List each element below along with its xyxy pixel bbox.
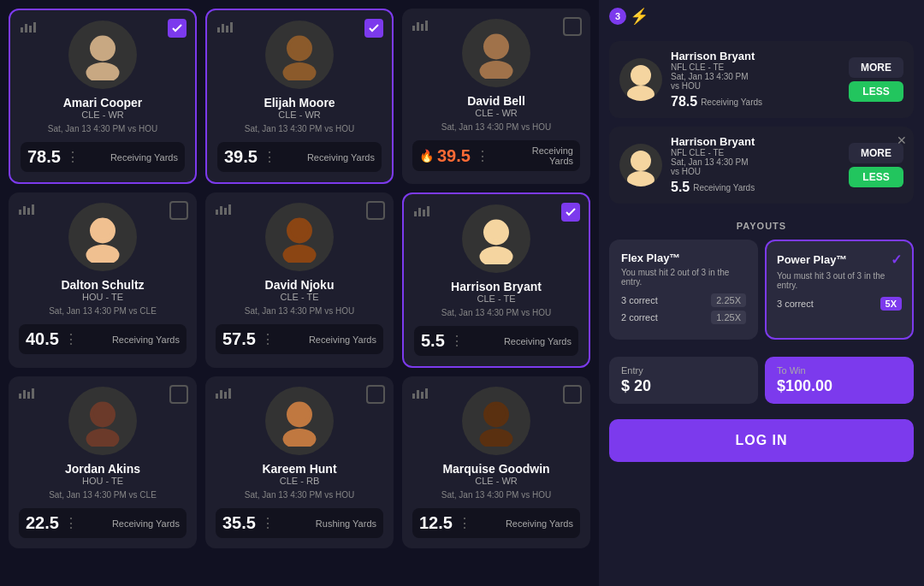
slip-area: Harrison Bryant NFL CLE - TE Sat, Jan 13…: [599, 33, 924, 221]
svg-rect-9: [226, 26, 228, 33]
win-value: $100.00: [777, 377, 902, 395]
svg-point-55: [291, 405, 309, 423]
stat-label: Receiving Yards: [281, 152, 375, 163]
svg-rect-43: [23, 390, 26, 399]
chart-icon: [216, 203, 231, 217]
svg-rect-2: [29, 26, 32, 33]
svg-point-34: [291, 221, 309, 239]
svg-point-40: [480, 246, 513, 264]
svg-rect-42: [19, 394, 21, 399]
chart-icon: [21, 21, 36, 35]
more-button-2[interactable]: MORE: [849, 143, 903, 163]
player-team: HOU - TE: [82, 476, 123, 486]
stat-label: Receiving Yards: [83, 334, 180, 345]
svg-rect-36: [418, 208, 421, 216]
svg-rect-51: [224, 392, 227, 399]
svg-rect-57: [417, 390, 419, 399]
stat-dots: ⋮: [261, 515, 275, 531]
player-card-5[interactable]: David NjokuCLE - TESat, Jan 13 4:30 PM v…: [205, 192, 394, 368]
stat-value: 12.5: [419, 513, 453, 533]
card-checkbox[interactable]: [366, 201, 385, 220]
player-card-4[interactable]: Dalton SchultzHOU - TESat, Jan 13 4:30 P…: [9, 192, 197, 368]
card-checkbox[interactable]: [169, 385, 188, 404]
chart-icon: [19, 387, 34, 401]
player-avatar: [462, 19, 530, 87]
player-name: Elijah Moore: [264, 96, 335, 110]
card-checkbox[interactable]: [563, 385, 582, 404]
stat-dots: ⋮: [66, 149, 80, 165]
chart-icon: [19, 203, 34, 217]
player-card-3[interactable]: David BellCLE - WRSat, Jan 13 4:30 PM vs…: [402, 9, 590, 184]
power-play-desc: You must hit 3 out of 3 in the entry.: [777, 271, 902, 290]
svg-point-12: [283, 62, 317, 80]
card-checkbox[interactable]: [563, 17, 582, 36]
power-play-row-1: 3 correct 5X: [777, 297, 902, 311]
card-checkbox[interactable]: [168, 19, 187, 38]
stat-row: 🔥 39.5 ⋮ ReceivingYards: [412, 140, 580, 171]
chart-icon: [412, 19, 428, 33]
player-game: Sat, Jan 13 4:30 PM vs HOU: [245, 489, 354, 501]
card-checkbox[interactable]: [561, 203, 580, 222]
card-checkbox[interactable]: [366, 385, 385, 404]
slip-name-1: Harrison Bryant: [671, 50, 840, 62]
activity-icon: ⚡: [630, 7, 649, 26]
win-box: To Win $100.00: [765, 357, 914, 404]
notification-badge: 3: [609, 8, 626, 25]
slip-buttons-2: MORE LESS: [849, 143, 903, 187]
stat-value: 5.5: [421, 331, 445, 351]
player-avatar: [68, 21, 137, 89]
less-button-1[interactable]: LESS: [849, 81, 903, 102]
stat-row: 78.5 ⋮ Receiving Yards: [21, 142, 185, 172]
player-name: Harrison Bryant: [451, 280, 542, 293]
fire-icon: 🔥: [419, 149, 434, 163]
slip-buttons-1: MORE LESS: [849, 57, 903, 102]
stat-dots: ⋮: [261, 331, 275, 347]
player-card-8[interactable]: Kareem HuntCLE - RBSat, Jan 13 4:30 PM v…: [205, 376, 394, 548]
player-name: Amari Cooper: [63, 96, 143, 110]
player-card-9[interactable]: Marquise GoodwinCLE - WRSat, Jan 13 4:30…: [402, 376, 590, 548]
cards-grid: Amari CooperCLE - WRSat, Jan 13 4:30 PM …: [9, 9, 590, 548]
flex-play-title: Flex Play™: [621, 252, 746, 264]
player-card-1[interactable]: Amari CooperCLE - WRSat, Jan 13 4:30 PM …: [9, 9, 197, 184]
less-button-2[interactable]: LESS: [849, 167, 903, 187]
svg-point-41: [488, 222, 506, 240]
stat-value: 78.5: [27, 147, 61, 167]
stat-dots: ⋮: [476, 148, 489, 164]
flex-play-desc: You must hit 2 out of 3 in the entry.: [621, 268, 746, 287]
player-name: Jordan Akins: [65, 462, 140, 476]
login-button[interactable]: LOG IN: [609, 419, 914, 462]
close-icon-slip-2[interactable]: ✕: [897, 133, 907, 147]
svg-point-6: [94, 38, 112, 56]
player-name: David Njoku: [265, 278, 335, 292]
slip-avatar-2: [619, 144, 662, 186]
chart-icon: [412, 387, 428, 401]
slip-game-1: Sat, Jan 13 4:30 PM vs HOU: [671, 72, 840, 91]
svg-point-64: [627, 86, 654, 101]
stat-row: 40.5 ⋮ Receiving Yards: [19, 324, 187, 354]
svg-rect-28: [216, 210, 218, 215]
stat-row: 57.5 ⋮ Receiving Yards: [216, 324, 383, 354]
svg-rect-24: [32, 204, 34, 215]
stat-label: Receiving Yards: [83, 518, 180, 529]
player-card-7[interactable]: Jordan AkinsHOU - TESat, Jan 13 4:30 PM …: [9, 376, 197, 548]
svg-rect-10: [230, 22, 233, 33]
svg-rect-29: [220, 206, 222, 215]
stat-label: Receiving Yards: [477, 518, 573, 529]
svg-rect-23: [27, 208, 30, 215]
card-checkbox[interactable]: [364, 19, 383, 38]
slip-card-2: ✕ Harrison Bryant NFL CLE - TE Sat, Jan …: [609, 127, 914, 204]
stat-label: Receiving Yards: [85, 152, 178, 163]
slip-info-2: Harrison Bryant NFL CLE - TE Sat, Jan 13…: [671, 135, 840, 195]
power-play-tab[interactable]: Power Play™ ✓ You must hit 3 out of 3 in…: [765, 240, 914, 340]
card-checkbox[interactable]: [169, 201, 188, 220]
player-game: Sat, Jan 13 4:30 PM vs HOU: [48, 123, 157, 135]
more-button-1[interactable]: MORE: [849, 57, 903, 78]
player-game: Sat, Jan 13 4:30 PM vs HOU: [441, 307, 551, 319]
slip-stat-label-1: Receiving Yards: [701, 98, 762, 107]
slip-avatar-1: [619, 58, 662, 101]
flex-play-tab[interactable]: Flex Play™ You must hit 2 out of 3 in th…: [609, 240, 758, 340]
stat-dots: ⋮: [263, 149, 276, 165]
player-card-2[interactable]: Elijah MooreCLE - WRSat, Jan 13 4:30 PM …: [205, 9, 394, 184]
player-team: CLE - RB: [280, 476, 319, 486]
player-card-6[interactable]: Harrison BryantCLE - TESat, Jan 13 4:30 …: [402, 192, 590, 368]
